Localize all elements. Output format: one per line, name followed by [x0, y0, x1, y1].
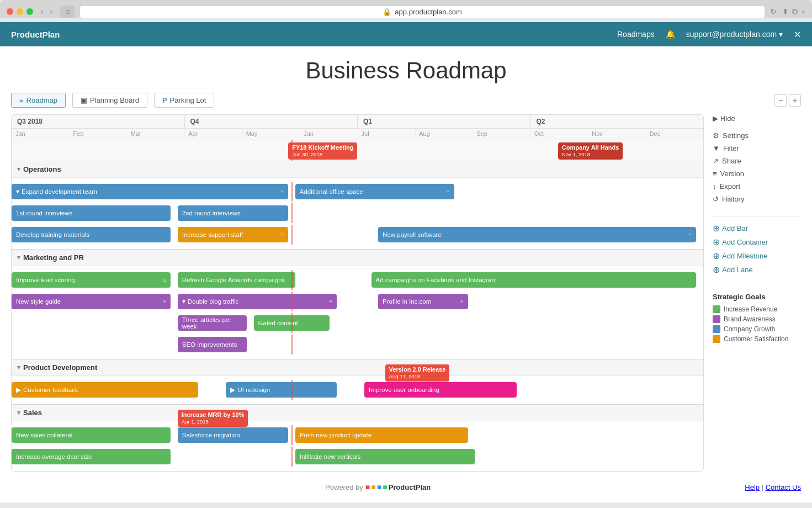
maximize-button[interactable] — [26, 8, 33, 15]
milestone-mrr[interactable]: Increase MRR by 10% Apr 1, 2018 — [178, 410, 248, 427]
logo-red: ■ — [365, 483, 370, 491]
sidebar-share[interactable]: ↗ Share — [713, 155, 801, 167]
bar-new-verticals[interactable]: Infiltrate new verticals — [295, 449, 475, 464]
lane-product-title[interactable]: ▾ Product Development — [12, 359, 703, 376]
bar-google-adwords[interactable]: Refresh Google Adwords campaigns — [178, 272, 295, 288]
growth-color — [713, 325, 720, 333]
filter-icon: ▼ — [713, 144, 720, 152]
chevron-down-icon: ▾ — [17, 254, 20, 261]
q1-header: Q1 — [357, 115, 530, 128]
add-bar-button[interactable]: ⊕ Add Bar — [713, 221, 801, 235]
new-tab-button[interactable]: + — [801, 7, 805, 17]
add-container-button[interactable]: ⊕ Add Container — [713, 235, 801, 249]
bar-seo[interactable]: SEO improvements — [178, 337, 247, 352]
share-button[interactable]: ⬆ — [782, 7, 789, 17]
bar-user-onboarding[interactable]: Improve user onboarding — [364, 382, 517, 398]
mkt-row-1: Improve lead scoring ≡ Refresh Google Ad… — [12, 270, 703, 290]
bar-menu-icon: ≡ — [280, 189, 284, 195]
bar-office-space[interactable]: Additional office space ≡ — [295, 184, 454, 199]
add-milestone-button[interactable]: ⊕ Add Milestone — [713, 249, 801, 263]
forward-button[interactable]: › — [48, 6, 55, 17]
lane-marketing-title[interactable]: ▾ Marketing and PR — [12, 250, 703, 266]
bar-push-product[interactable]: Push new product update — [295, 427, 468, 443]
sidebar-divider-2 — [713, 288, 801, 288]
bar-1st-round[interactable]: 1st round interviews — [12, 205, 171, 221]
milestone-all-hands[interactable]: Company All Hands Nov 1, 2018 — [558, 142, 623, 160]
expand-icon: ▾ — [182, 298, 185, 305]
bar-expand-team[interactable]: ▾ Expand development team ≡ — [12, 184, 288, 199]
sidebar-version[interactable]: ≡ Version — [713, 167, 801, 180]
contact-link[interactable]: Contact Us — [766, 483, 801, 491]
lane-product: ▾ Product Development Version 2.0 Releas… — [12, 359, 703, 405]
bar-increase-support[interactable]: Increase support staff ≡ — [178, 227, 288, 242]
bar-profile-inc[interactable]: Profile in Inc.com ≡ — [378, 294, 468, 309]
plus-icon: ⊕ — [713, 251, 720, 261]
sidebar-history[interactable]: ↺ History — [713, 193, 801, 205]
brand-logo: ProductPlan — [11, 30, 617, 39]
address-bar[interactable]: 🔒 app.productplan.com — [80, 6, 764, 18]
zoom-out-button[interactable]: − — [774, 94, 787, 107]
bar-customer-feedback[interactable]: ▶ Customer feedback — [12, 382, 198, 398]
close-button[interactable] — [7, 8, 13, 15]
month-dec: Dec — [646, 129, 703, 140]
roadmap-main: Q3 2018 Q4 Q1 Q2 Jan Feb Mar Apr May Jun — [11, 114, 704, 472]
roadmaps-link[interactable]: Roadmaps — [617, 30, 655, 39]
planning-icon: ▣ — [81, 96, 87, 104]
lane-operations-title[interactable]: ▾ Operations — [12, 161, 703, 178]
minimize-button[interactable] — [17, 8, 23, 15]
bar-develop-training[interactable]: Develop training materials — [12, 227, 171, 242]
sidebar-filter[interactable]: ▼ Filter — [713, 142, 801, 155]
month-headers: Jan Feb Mar Apr May Jun Jul Aug Sep Oct … — [12, 129, 703, 140]
bar-lead-scoring[interactable]: Improve lead scoring ≡ — [12, 272, 171, 288]
notification-icon[interactable]: 🔔 — [666, 30, 675, 39]
logo-green: ■ — [383, 483, 387, 491]
prod-row-1: Version 2.0 Release Aug 11, 2018 ▶ Custo… — [12, 380, 703, 400]
goal-growth: Company Growth — [713, 325, 801, 333]
nav-links: Roadmaps 🔔 support@productplan.com ▾ ✕ — [617, 29, 801, 40]
lane-sales-title[interactable]: ▾ Sales — [12, 405, 703, 421]
bar-ad-campaigns[interactable]: Ad campaigns on Facebook and Instagram — [371, 272, 697, 288]
user-menu[interactable]: support@productplan.com ▾ — [686, 30, 783, 39]
bar-three-articles[interactable]: Three articles per week — [178, 315, 247, 331]
sidebar-export[interactable]: ↓ Export — [713, 180, 801, 193]
logo-yellow: ■ — [371, 483, 375, 491]
sidebar-settings[interactable]: ⚙ Settings — [713, 129, 801, 142]
bar-new-payroll[interactable]: New payroll software ≡ — [378, 227, 696, 242]
help-link[interactable]: Help — [745, 483, 760, 491]
close-icon[interactable]: ✕ — [794, 29, 801, 40]
tab-planning-board[interactable]: ▣ Planning Board — [72, 93, 147, 108]
right-sidebar: ▶ Hide ⚙ Settings ▼ Filter ↗ Share — [713, 114, 801, 472]
bar-sales-collateral[interactable]: New sales collateral — [12, 427, 171, 443]
add-lane-button[interactable]: ⊕ Add Lane — [713, 263, 801, 277]
lane-operations: ▾ Operations ▾ Expand development team ≡ — [12, 161, 703, 250]
q3-header: Q3 2018 — [12, 115, 184, 128]
browser-navigation: ‹ › — [39, 6, 55, 17]
tab-roadmap[interactable]: ≡ Roadmap — [11, 93, 66, 108]
plus-icon: ⊕ — [713, 264, 720, 275]
quarter-headers: Q3 2018 Q4 Q1 Q2 — [12, 115, 703, 129]
month-feb: Feb — [69, 129, 126, 140]
month-mar: Mar — [127, 129, 184, 140]
share-icon: ↗ — [713, 157, 719, 165]
lane-title: Operations — [23, 165, 61, 173]
hide-button[interactable]: ▶ Hide — [713, 114, 801, 123]
back-button[interactable]: ‹ — [39, 6, 46, 17]
bar-double-blog[interactable]: ▾ Double blog traffic ≡ — [178, 294, 337, 309]
reload-button[interactable]: ↻ — [770, 7, 777, 16]
bar-salesforce[interactable]: Salesforce migration — [178, 427, 288, 443]
bar-2nd-round[interactable]: 2nd round interviews — [178, 205, 288, 221]
bar-avg-deal[interactable]: Increase average deal size — [12, 449, 171, 464]
bar-ui-redesign[interactable]: ▶ UI redesign — [226, 382, 336, 398]
milestone-fy18[interactable]: FY18 Kickoff Meeting Jun 30, 2018 — [288, 142, 357, 160]
page-footer: Powered by ■ ■ ■ ■ ProductPlan Help | Co… — [0, 472, 812, 502]
bar-style-guide[interactable]: New style guide ≡ — [12, 294, 171, 309]
zoom-in-button[interactable]: + — [789, 94, 801, 107]
tab-parking-lot[interactable]: P Parking Lot — [154, 93, 214, 108]
milestone-version-2[interactable]: Version 2.0 Release Aug 11, 2018 — [385, 364, 450, 382]
split-button[interactable]: ⧉ — [792, 7, 798, 17]
footer-logo: ■ ■ ■ ■ ProductPlan — [365, 483, 431, 491]
ops-row-2: 1st round interviews 2nd round interview… — [12, 203, 703, 223]
browser-chrome: ‹ › ⊡ 🔒 app.productplan.com ↻ ⬆ ⧉ + — [0, 0, 812, 18]
tab-button[interactable]: ⊡ — [60, 6, 75, 18]
satisfaction-color — [713, 335, 720, 343]
